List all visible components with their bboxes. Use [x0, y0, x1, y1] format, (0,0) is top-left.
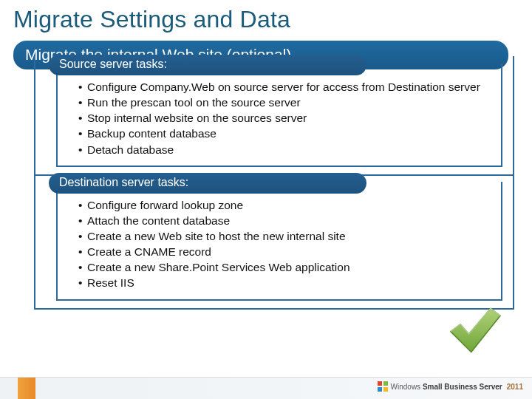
footer-bar: Windows Small Business Server 2011	[0, 377, 532, 399]
list-item: Reset IIS	[78, 276, 491, 290]
source-list: Configure Company.Web on source server f…	[78, 80, 491, 157]
list-item: Attach the content database	[78, 214, 491, 228]
destination-section: Destination server tasks: Configure forw…	[34, 174, 514, 310]
list-item: Run the prescan tool on the source serve…	[78, 95, 491, 110]
page-title: Migrate Settings and Data	[13, 6, 519, 33]
source-section: Source server tasks: Configure Company.W…	[34, 56, 514, 176]
footer-brand-text: Windows Small Business Server	[391, 383, 502, 391]
list-item: Stop internal website on the sources ser…	[78, 111, 491, 126]
slide: Migrate Settings and Data Migrate the in…	[0, 0, 532, 399]
source-frame: Configure Company.Web on source server f…	[56, 64, 502, 167]
list-item: Detach database	[78, 143, 491, 157]
checkmark-icon	[443, 300, 504, 361]
windows-flag-icon	[378, 381, 388, 392]
destination-heading: Destination server tasks:	[49, 173, 366, 194]
list-item: Create a new Web site to host the new in…	[78, 229, 491, 244]
footer-brand-prefix: Windows	[391, 383, 421, 391]
list-item: Create a new Share.Point Services Web ap…	[78, 260, 491, 275]
footer-logo: Windows Small Business Server 2011	[378, 381, 523, 392]
list-item: Configure forward lookup zone	[78, 198, 491, 213]
footer-brand-main: Small Business Server	[423, 383, 502, 391]
destination-frame: Configure forward lookup zone Attach the…	[56, 182, 502, 301]
list-item: Backup content database	[78, 126, 491, 141]
list-item: Create a CNAME record	[78, 245, 491, 259]
source-heading: Source server tasks:	[49, 55, 366, 75]
list-item: Configure Company.Web on source server f…	[78, 80, 491, 95]
footer-year: 2011	[507, 383, 523, 391]
footer-accent	[18, 378, 35, 399]
destination-list: Configure forward lookup zone Attach the…	[78, 198, 491, 291]
